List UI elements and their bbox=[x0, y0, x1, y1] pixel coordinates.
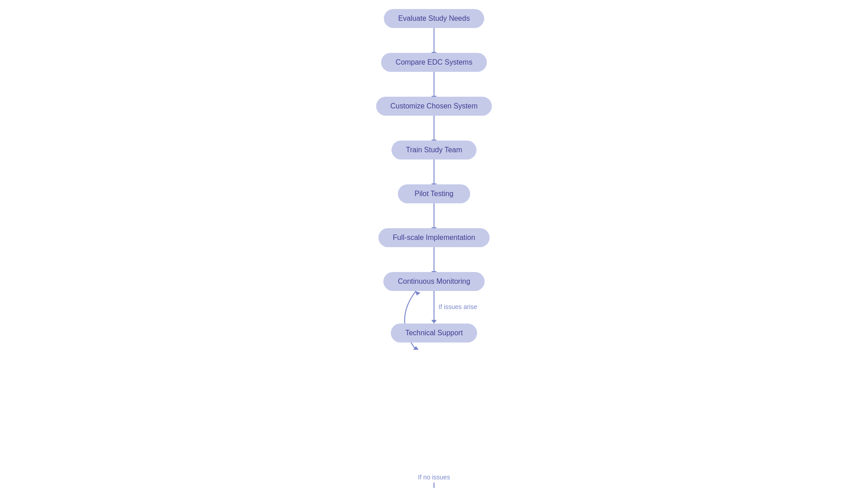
node-fullscale: Full-scale Implementation bbox=[378, 228, 490, 247]
node-train: Train Study Team bbox=[392, 141, 477, 160]
label-no-issues: If no issues bbox=[418, 474, 450, 481]
node-pilot: Pilot Testing bbox=[398, 184, 470, 203]
svg-marker-1 bbox=[431, 320, 437, 324]
flowchart: Evaluate Study Needs Compare EDC Systems… bbox=[344, 0, 524, 488]
node-monitoring: Continuous Monitoring bbox=[383, 272, 485, 291]
connector-6 bbox=[434, 247, 434, 272]
connector-final bbox=[434, 483, 434, 488]
connector-3 bbox=[434, 116, 434, 141]
connector-2 bbox=[434, 72, 434, 97]
node-evaluate: Evaluate Study Needs bbox=[384, 9, 484, 28]
connector-5 bbox=[434, 203, 434, 228]
feedback-loop-section: If issues arise Technical Support bbox=[344, 291, 524, 472]
svg-text:If issues arise: If issues arise bbox=[439, 303, 477, 310]
connector-1 bbox=[434, 28, 434, 53]
svg-marker-3 bbox=[415, 291, 420, 296]
node-compare: Compare EDC Systems bbox=[381, 53, 487, 72]
node-customize: Customize Chosen System bbox=[376, 97, 492, 116]
connector-4 bbox=[434, 160, 434, 184]
node-support: Technical Support bbox=[391, 324, 477, 343]
